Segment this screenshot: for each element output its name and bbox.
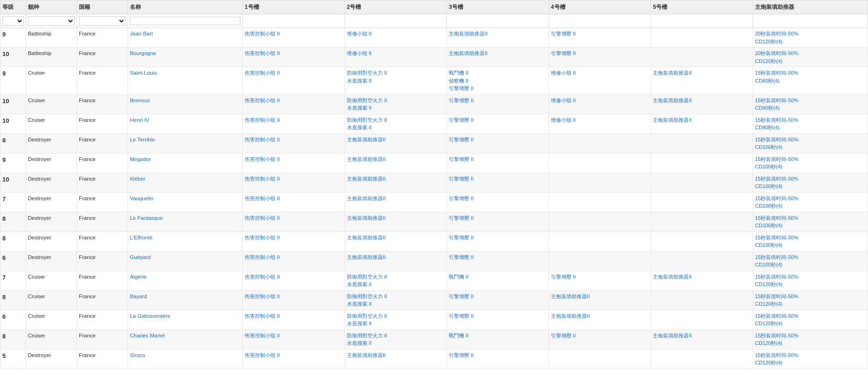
table-cell: 防御用對空火力 II水底搜索 II (345, 329, 447, 349)
header-slot2: 2号槽 (345, 0, 447, 14)
table-row: 7CruiserFranceAlgérie伤害控制小组 II防御用對空火力 II… (0, 271, 868, 290)
table-cell: 20秒装填时间-50%CD120秒(4) (753, 28, 868, 48)
filter-type-select[interactable]: Battleship Cruiser Destroyer (28, 16, 75, 26)
table-cell: France (77, 28, 127, 48)
table-cell: 伤害控制小组 II (243, 310, 345, 329)
table-row: 9BattleshipFranceJean Bart伤害控制小组 II维修小组 … (0, 28, 868, 48)
table-cell: 伤害控制小组 II (243, 231, 345, 251)
header-name: 名称 (128, 0, 243, 14)
table-cell: 伤害控制小组 II (243, 212, 345, 231)
table-cell: Le Terrible (128, 133, 243, 153)
table-cell: France (77, 310, 127, 329)
table-cell: 15秒装填时间-50%CD120秒(4) (753, 290, 868, 310)
table-cell: 15秒装填时间-50%CD100秒(4) (753, 173, 868, 192)
table-row: 7DestroyerFranceVauquelin伤害控制小组 II主炮装填助推… (0, 192, 868, 212)
table-cell: France (77, 173, 127, 192)
header-slot3: 3号槽 (447, 0, 549, 14)
header-type: 舰种 (26, 0, 77, 14)
table-row: 10CruiserFranceHenri IV伤害控制小组 II防御用對空火力 … (0, 114, 868, 133)
table-cell: Saint-Louis (128, 67, 243, 95)
table-cell: 防御用對空火力 II水底搜索 II (345, 94, 447, 114)
header-slot1: 1号槽 (243, 0, 345, 14)
table-cell: Cruiser (26, 290, 77, 310)
table-cell: 伤害控制小组 II (243, 329, 345, 349)
table-cell: 10 (0, 94, 26, 114)
table-cell: Le Fantasque (128, 212, 243, 231)
table-cell (651, 173, 753, 192)
table-cell: France (77, 212, 127, 231)
table-cell: 戰鬥機 II偵察機 II引擎增壓 II (447, 67, 549, 95)
table-cell: 主炮装填助推器II (651, 329, 753, 349)
filter-tier-select[interactable]: 5 6 7 8 9 10 (2, 16, 24, 26)
table-cell: 伤害控制小组 II (243, 94, 345, 114)
table-cell: 8 (0, 290, 26, 310)
table-row: 8DestroyerFranceLe Terrible伤害控制小组 II主炮装填… (0, 133, 868, 153)
filter-name-input[interactable] (130, 17, 240, 25)
filter-nation-select[interactable]: France (79, 16, 126, 26)
table-cell: France (77, 114, 127, 133)
table-cell: 15秒装填时间-50%CD120秒(4) (753, 349, 868, 369)
table-cell (651, 48, 753, 67)
table-cell: France (77, 192, 127, 212)
table-cell: 15秒装填时间-50%CD100秒(4) (753, 231, 868, 251)
table-row: 8DestroyerFranceL'Effronté伤害控制小组 II主炮装填助… (0, 231, 868, 251)
table-cell (549, 251, 651, 271)
table-cell: Brennus (128, 94, 243, 114)
table-cell: 引擎增壓 II (447, 94, 549, 114)
filter-row: 5 6 7 8 9 10 Battleship Cruiser Destroye… (0, 14, 868, 28)
table-cell: France (77, 153, 127, 173)
table-cell (651, 133, 753, 153)
table-cell: 主炮装填助推器II (651, 114, 753, 133)
table-cell: 伤害控制小组 II (243, 349, 345, 369)
table-cell: Destroyer (26, 251, 77, 271)
table-row: 8CruiserFranceBayard伤害控制小组 II防御用對空火力 II水… (0, 290, 868, 310)
table-cell: 主炮装填助推器II (345, 153, 447, 173)
table-cell: Destroyer (26, 349, 77, 369)
table-cell: 维修小组 II (345, 48, 447, 67)
table-cell: Cruiser (26, 94, 77, 114)
table-cell: 15秒装填时间-50%CD100秒(4) (753, 133, 868, 153)
table-cell: Destroyer (26, 192, 77, 212)
table-cell (651, 310, 753, 329)
table-cell (651, 153, 753, 173)
table-cell (651, 290, 753, 310)
table-cell: Destroyer (26, 231, 77, 251)
table-cell: 引擎增壓 II (447, 192, 549, 212)
table-cell: 维修小组 II (549, 114, 651, 133)
header-tier: 等级 (0, 0, 26, 14)
table-cell: 引擎增壓 II (447, 114, 549, 133)
table-cell (549, 133, 651, 153)
table-cell: France (77, 329, 127, 349)
table-cell: 防御用對空火力 II水底搜索 II (345, 310, 447, 329)
table-cell: 5 (0, 349, 26, 369)
table-cell: 15秒装填时间-50%CD100秒(4) (753, 192, 868, 212)
table-cell (651, 212, 753, 231)
table-cell (549, 349, 651, 369)
table-cell: 引擎增壓 II (549, 28, 651, 48)
table-cell: 20秒装填时间-50%CD120秒(4) (753, 48, 868, 67)
table-row: 9CruiserFranceSaint-Louis伤害控制小组 II防御用對空火… (0, 67, 868, 95)
table-cell: 主炮装填助推器II (345, 251, 447, 271)
table-cell: Cruiser (26, 329, 77, 349)
table-cell: Destroyer (26, 133, 77, 153)
table-cell: France (77, 67, 127, 95)
table-cell: 引擎增壓 II (447, 251, 549, 271)
filter-slot3-cell (447, 14, 549, 28)
table-cell: 引擎增壓 II (447, 212, 549, 231)
table-cell: 8 (0, 212, 26, 231)
table-cell: 主炮装填助推器II (345, 192, 447, 212)
table-cell: France (77, 251, 127, 271)
table-cell: 引擎增壓 II (447, 310, 549, 329)
table-cell: 6 (0, 251, 26, 271)
table-cell: Destroyer (26, 173, 77, 192)
filter-main-cell (753, 14, 868, 28)
table-cell: Battleship (26, 48, 77, 67)
table-cell: 维修小组 II (345, 28, 447, 48)
table-row: 6CruiserFranceLa Galissonnière伤害控制小组 II防… (0, 310, 868, 329)
table-cell: France (77, 349, 127, 369)
filter-slot1-cell (243, 14, 345, 28)
table-cell: 主炮装填助推器II (345, 173, 447, 192)
table-cell: 戰鬥機 II (447, 329, 549, 349)
table-cell: Cruiser (26, 310, 77, 329)
table-cell: 15秒装填时间-50%CD80秒(4) (753, 67, 868, 95)
